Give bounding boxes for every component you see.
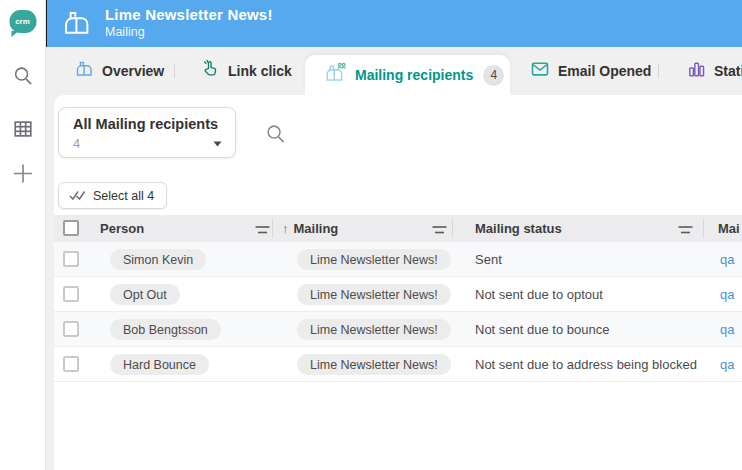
filter-icon[interactable] xyxy=(255,222,270,240)
person-chip[interactable]: Opt Out xyxy=(110,284,180,305)
person-chip[interactable]: Simon Kevin xyxy=(110,249,206,270)
select-all-button[interactable]: Select all 4 xyxy=(58,182,167,209)
recipient-filter-dropdown[interactable]: All Mailing recipients 4 xyxy=(58,107,236,158)
double-check-icon xyxy=(69,190,86,201)
hand-click-icon xyxy=(200,59,220,83)
column-header-mailing-status[interactable]: Mailing status xyxy=(475,215,562,242)
app-grid-icon[interactable] xyxy=(12,118,34,140)
tab-label: Email Opened xyxy=(558,63,651,79)
tab-label: Statistics xyxy=(714,63,742,79)
column-divider xyxy=(703,219,704,238)
search-icon[interactable] xyxy=(11,64,34,87)
crm-logo-text: crm xyxy=(15,17,30,26)
tab-label: Link click xyxy=(228,63,292,79)
mail-link[interactable]: qa xyxy=(720,322,734,337)
page-subtitle: Mailing xyxy=(105,25,145,39)
tab-link-click[interactable]: Link click xyxy=(200,47,292,95)
mailing-status: Not sent due to bounce xyxy=(475,322,609,337)
mailing-recipients-icon xyxy=(324,62,346,88)
tab-email-opened[interactable]: Email Opened xyxy=(530,47,651,95)
filter-icon[interactable] xyxy=(678,222,693,240)
column-divider xyxy=(272,219,273,238)
recipients-panel: All Mailing recipients 4 Select all 4 Pe… xyxy=(54,95,742,470)
person-chip[interactable]: Hard Bounce xyxy=(110,354,209,375)
mailing-status: Not sent due to address being blocked xyxy=(475,357,697,372)
add-icon[interactable] xyxy=(11,162,34,185)
mailing-chip[interactable]: Lime Newsletter News! xyxy=(297,319,451,340)
tab-divider xyxy=(658,64,659,78)
tab-statistics[interactable]: Statistics xyxy=(687,47,742,95)
tab-bar: Overview Link click Mailing xyxy=(47,47,742,95)
column-header-mail[interactable]: Mai xyxy=(718,215,740,242)
tab-mailing-recipients[interactable]: Mailing recipients 4 xyxy=(305,55,510,95)
mailing-header: Lime Newsletter News! Mailing xyxy=(47,0,742,47)
table-row[interactable]: Opt Out Lime Newsletter News! Not sent d… xyxy=(54,277,742,312)
column-divider xyxy=(452,219,453,238)
row-checkbox[interactable] xyxy=(63,321,79,337)
table-row[interactable]: Bob Bengtsson Lime Newsletter News! Not … xyxy=(54,312,742,347)
search-icon[interactable] xyxy=(264,122,287,149)
select-all-checkbox[interactable] xyxy=(63,220,79,236)
mailing-chip[interactable]: Lime Newsletter News! xyxy=(297,354,451,375)
crm-logo[interactable]: crm xyxy=(9,10,36,33)
table-row[interactable]: Simon Kevin Lime Newsletter News! Sent q… xyxy=(54,242,742,277)
mail-link[interactable]: qa xyxy=(720,357,734,372)
filter-icon[interactable] xyxy=(432,222,447,240)
mailing-status: Not sent due to optout xyxy=(475,287,603,302)
person-chip[interactable]: Bob Bengtsson xyxy=(110,319,221,340)
column-header-person[interactable]: Person xyxy=(100,215,144,242)
column-header-mailing[interactable]: ↑ Mailing xyxy=(282,215,338,242)
column-header-label: Mailing xyxy=(294,221,339,236)
recipient-count-badge: 4 xyxy=(483,65,504,86)
row-checkbox[interactable] xyxy=(63,251,79,267)
mailing-status: Sent xyxy=(475,252,502,267)
chevron-down-icon xyxy=(213,133,222,151)
dropdown-selected-value: All Mailing recipients xyxy=(73,116,218,132)
row-checkbox[interactable] xyxy=(63,286,79,302)
mailing-chip[interactable]: Lime Newsletter News! xyxy=(297,249,451,270)
mailbox-icon xyxy=(62,9,92,43)
row-checkbox[interactable] xyxy=(63,356,79,372)
page-title: Lime Newsletter News! xyxy=(105,6,273,23)
tab-label: Overview xyxy=(102,63,164,79)
table-row[interactable]: Hard Bounce Lime Newsletter News! Not se… xyxy=(54,347,742,382)
sort-asc-icon: ↑ xyxy=(282,221,289,236)
header-left-edge xyxy=(46,0,47,47)
tab-overview[interactable]: Overview xyxy=(75,47,164,95)
mailbox-icon xyxy=(75,60,94,83)
mailing-chip[interactable]: Lime Newsletter News! xyxy=(297,284,451,305)
mail-link[interactable]: qa xyxy=(720,252,734,267)
bar-chart-icon xyxy=(687,60,706,83)
dropdown-count: 4 xyxy=(73,136,80,151)
envelope-icon xyxy=(530,59,550,83)
select-all-label: Select all 4 xyxy=(93,189,154,203)
table-header: Person ↑ Mailing Mailing status Mai xyxy=(54,215,742,242)
tab-divider xyxy=(174,64,175,78)
app-sidebar: crm xyxy=(0,0,46,470)
mail-link[interactable]: qa xyxy=(720,287,734,302)
tab-label: Mailing recipients xyxy=(355,67,473,83)
